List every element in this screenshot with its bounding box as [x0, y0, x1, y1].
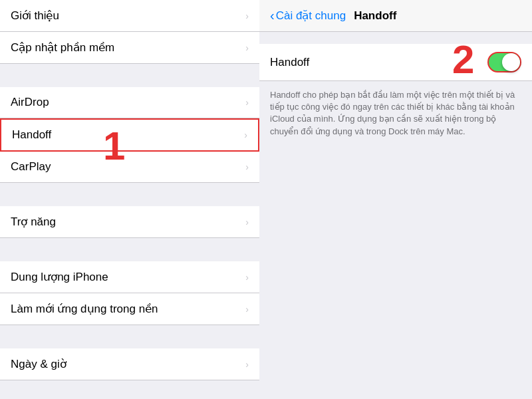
settings-item-ngay-gio[interactable]: Ngày & giờ ›: [0, 348, 259, 380]
toggle-thumb: [502, 53, 520, 71]
chevron-icon: ›: [245, 43, 249, 53]
handoff-row-label: Handoff: [270, 56, 309, 69]
handoff-toggle[interactable]: [487, 52, 521, 72]
settings-item-cap-nhat[interactable]: Cập nhật phần mềm ›: [0, 32, 259, 64]
settings-right-panel: ‹ Cài đặt chung Handoff Handoff Handoff …: [259, 0, 532, 399]
settings-item-lam-moi[interactable]: Làm mới ứng dụng trong nền ›: [0, 293, 259, 325]
handoff-section: Handoff: [259, 44, 532, 81]
toggle-track: [487, 52, 521, 72]
right-panel-title: Handoff: [354, 9, 396, 23]
settings-item-label: Dung lượng iPhone: [11, 270, 108, 284]
settings-item-label: Cập nhật phần mềm: [11, 41, 114, 55]
settings-item-label: Ngày & giờ: [11, 357, 66, 371]
top-spacer: [259, 32, 532, 44]
settings-item-label: Trợ năng: [11, 215, 56, 229]
settings-item-gioi-thieu[interactable]: Giới thiệu ›: [0, 0, 259, 32]
settings-item-label: Handoff: [12, 128, 51, 142]
handoff-toggle-row: Handoff: [259, 44, 532, 81]
settings-item-label: Giới thiệu: [11, 9, 59, 23]
right-panel-content: Handoff Handoff cho phép bạn bắt đầu làm…: [259, 32, 532, 146]
back-chevron-icon: ‹: [270, 8, 275, 23]
back-button[interactable]: ‹ Cài đặt chung: [270, 8, 346, 23]
settings-item-label: CarPlay: [11, 160, 51, 174]
settings-item-airdrop[interactable]: AirDrop ›: [0, 87, 259, 118]
settings-group-5: Ngày & giờ ›: [0, 348, 259, 380]
handoff-description: Handoff cho phép bạn bắt đầu làm một việ…: [259, 81, 532, 146]
chevron-icon: ›: [245, 162, 249, 172]
right-panel-header: ‹ Cài đặt chung Handoff: [259, 0, 532, 32]
settings-item-handoff[interactable]: Handoff ›: [0, 118, 259, 152]
settings-left-panel: Giới thiệu › Cập nhật phần mềm › AirDrop…: [0, 0, 259, 399]
settings-group-2: AirDrop › Handoff › CarPlay ›: [0, 87, 259, 183]
settings-item-label: Làm mới ứng dụng trong nền: [11, 302, 158, 316]
settings-item-label: AirDrop: [11, 96, 49, 109]
settings-item-tro-nang[interactable]: Trợ năng ›: [0, 206, 259, 238]
settings-group-3: Trợ năng ›: [0, 206, 259, 238]
settings-group-1: Giới thiệu › Cập nhật phần mềm ›: [0, 0, 259, 64]
chevron-icon: ›: [245, 217, 249, 227]
chevron-icon: ›: [245, 304, 249, 315]
chevron-icon: ›: [245, 97, 249, 108]
back-label: Cài đặt chung: [276, 9, 346, 23]
section-divider: [0, 183, 259, 206]
section-divider: [0, 325, 259, 348]
settings-group-4: Dung lượng iPhone › Làm mới ứng dụng tro…: [0, 261, 259, 325]
section-divider: [0, 64, 259, 87]
settings-item-dung-luong[interactable]: Dung lượng iPhone ›: [0, 261, 259, 293]
settings-item-carplay[interactable]: CarPlay ›: [0, 152, 259, 183]
section-divider: [0, 238, 259, 261]
chevron-icon: ›: [245, 11, 249, 21]
chevron-icon: ›: [245, 272, 249, 283]
chevron-icon: ›: [245, 359, 249, 370]
chevron-icon: ›: [244, 130, 247, 140]
